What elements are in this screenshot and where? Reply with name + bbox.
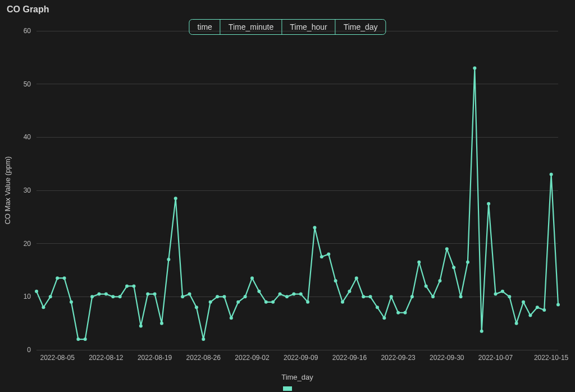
svg-point-97 [536, 306, 539, 309]
chart-panel: CO Graph time Time_minute Time_hour Time… [0, 0, 575, 392]
svg-text:2022-08-26: 2022-08-26 [186, 354, 221, 362]
svg-point-71 [355, 276, 358, 280]
svg-point-90 [487, 202, 490, 206]
svg-point-43 [160, 322, 163, 325]
svg-point-48 [195, 306, 198, 309]
svg-point-82 [431, 295, 435, 298]
chart-area[interactable]: 01020304050602022-08-052022-08-122022-08… [0, 17, 575, 392]
svg-point-76 [390, 295, 393, 298]
svg-point-39 [132, 284, 135, 288]
svg-point-36 [111, 295, 115, 298]
svg-point-27 [49, 295, 52, 298]
svg-text:2022-10-15: 2022-10-15 [534, 354, 569, 362]
svg-point-85 [452, 266, 455, 269]
svg-point-87 [466, 261, 469, 264]
svg-point-46 [181, 295, 184, 298]
svg-point-58 [264, 300, 268, 304]
segment-time-day[interactable]: Time_day [336, 20, 386, 34]
svg-point-80 [417, 261, 421, 264]
svg-point-32 [84, 338, 87, 341]
svg-point-62 [292, 293, 295, 296]
svg-point-81 [425, 284, 428, 288]
panel-title: CO Graph [7, 4, 49, 15]
svg-text:40: 40 [24, 133, 31, 141]
svg-point-59 [271, 300, 275, 304]
svg-point-78 [403, 311, 407, 314]
svg-point-70 [348, 290, 351, 293]
svg-text:2022-08-05: 2022-08-05 [40, 354, 75, 362]
svg-text:2022-08-19: 2022-08-19 [138, 354, 172, 362]
svg-text:2022-10-07: 2022-10-07 [478, 354, 513, 362]
svg-text:2022-09-16: 2022-09-16 [332, 354, 367, 362]
svg-point-93 [508, 295, 511, 298]
svg-point-64 [306, 300, 309, 304]
svg-point-40 [139, 324, 143, 327]
svg-text:2022-09-30: 2022-09-30 [430, 354, 464, 362]
segment-time[interactable]: time [189, 20, 220, 34]
svg-point-95 [522, 300, 525, 304]
svg-point-98 [542, 308, 546, 312]
legend-swatch [283, 386, 292, 391]
svg-point-49 [202, 338, 205, 341]
svg-point-75 [382, 316, 386, 320]
svg-point-89 [480, 330, 483, 333]
svg-point-86 [459, 295, 463, 298]
svg-point-67 [327, 253, 330, 256]
svg-point-41 [146, 293, 149, 296]
svg-text:20: 20 [24, 240, 31, 248]
line-chart: 01020304050602022-08-052022-08-122022-08… [0, 17, 575, 392]
svg-point-28 [56, 276, 59, 280]
svg-point-37 [118, 295, 122, 298]
svg-point-30 [70, 300, 73, 304]
svg-point-65 [313, 226, 316, 229]
svg-point-44 [167, 258, 170, 261]
svg-point-72 [362, 295, 365, 298]
svg-text:10: 10 [24, 293, 31, 300]
svg-point-56 [250, 276, 254, 280]
svg-text:2022-09-09: 2022-09-09 [284, 354, 318, 362]
svg-point-26 [42, 306, 45, 309]
svg-point-100 [556, 303, 560, 307]
svg-point-61 [285, 295, 289, 298]
svg-text:2022-09-23: 2022-09-23 [381, 354, 416, 362]
svg-point-66 [320, 255, 323, 258]
svg-point-29 [63, 276, 66, 280]
svg-point-92 [501, 290, 504, 293]
svg-text:60: 60 [24, 27, 31, 35]
svg-point-47 [188, 293, 191, 296]
svg-text:CO Max Value (ppm): CO Max Value (ppm) [3, 156, 12, 224]
svg-text:2022-09-02: 2022-09-02 [235, 354, 270, 362]
svg-point-60 [279, 293, 282, 296]
svg-text:Time_day: Time_day [281, 373, 313, 381]
svg-text:0: 0 [27, 346, 31, 354]
svg-point-51 [216, 295, 219, 298]
svg-point-33 [90, 295, 94, 298]
svg-point-52 [222, 295, 226, 298]
svg-point-35 [104, 293, 108, 296]
svg-point-31 [76, 338, 80, 341]
svg-point-74 [376, 306, 379, 309]
segment-time-minute[interactable]: Time_minute [221, 20, 282, 34]
svg-point-68 [334, 279, 337, 282]
svg-text:50: 50 [24, 80, 31, 88]
svg-point-42 [153, 293, 157, 296]
svg-point-88 [473, 66, 476, 70]
svg-point-79 [410, 295, 414, 298]
svg-point-91 [494, 293, 498, 296]
svg-point-73 [369, 295, 372, 298]
segment-time-hour[interactable]: Time_hour [282, 20, 335, 34]
svg-point-83 [438, 279, 441, 282]
svg-text:30: 30 [24, 186, 31, 194]
svg-point-63 [299, 293, 303, 296]
svg-point-94 [515, 322, 518, 325]
svg-text:2022-08-12: 2022-08-12 [89, 354, 124, 362]
svg-point-57 [257, 290, 261, 293]
svg-point-54 [236, 300, 240, 304]
svg-point-50 [209, 300, 212, 304]
svg-point-77 [396, 311, 400, 314]
time-granularity-selector: time Time_minute Time_hour Time_day [189, 19, 386, 35]
svg-point-38 [125, 284, 129, 288]
svg-point-45 [174, 197, 177, 200]
svg-point-34 [97, 293, 101, 296]
svg-point-53 [230, 316, 233, 320]
